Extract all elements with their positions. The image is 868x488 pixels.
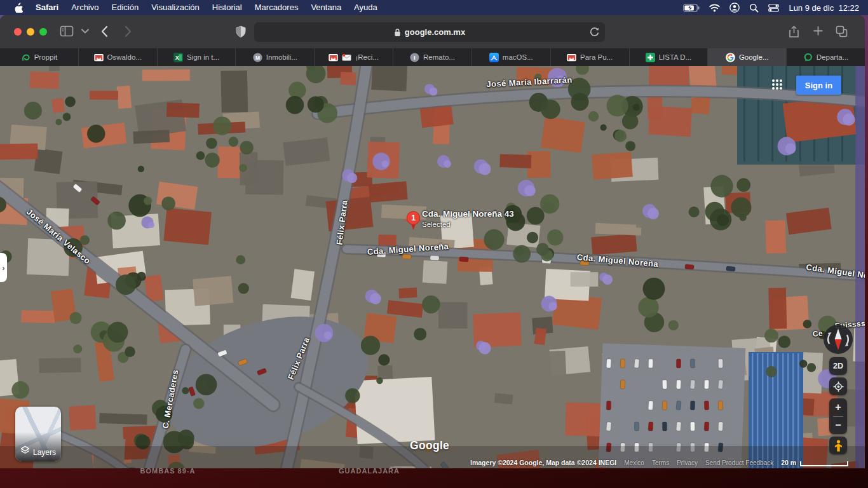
chevron-down-icon[interactable] <box>81 29 89 34</box>
tab-label: Inmobili... <box>266 53 297 61</box>
share-icon[interactable] <box>789 25 799 38</box>
tab-label: Departa... <box>817 53 849 61</box>
user-icon[interactable] <box>729 3 740 13</box>
attribution-bar: Imagery ©2024 Google, Map data ©2024 INE… <box>470 459 848 466</box>
map-canvas[interactable]: José María IbarraránJosé María VelascoFé… <box>0 66 865 468</box>
tab-overview-icon[interactable] <box>836 25 848 37</box>
tab-inmobili-[interactable]: MInmobili... <box>236 48 315 66</box>
tab-label: Proppit <box>34 53 57 61</box>
letter-M-icon: M <box>253 53 262 62</box>
control-center-icon[interactable] <box>768 4 779 12</box>
sidebar-icon[interactable] <box>60 25 74 37</box>
tab-lista-d-[interactable]: LISTA D... <box>630 48 709 66</box>
apple-icon[interactable] <box>8 3 29 13</box>
tab-proppit[interactable]: Proppit <box>0 48 79 66</box>
imagery-credit: Imagery ©2024 Google, Map data ©2024 INE… <box>470 459 616 466</box>
scale-label: 20 m <box>781 459 796 466</box>
zoom-in-button[interactable]: + <box>829 398 847 416</box>
reload-icon[interactable] <box>589 27 599 39</box>
tab-label: Google... <box>739 53 769 61</box>
attribution-link-terms[interactable]: Terms <box>652 459 669 466</box>
street-label: Cda. Miguel Noreña <box>367 241 449 257</box>
street-label: C. Mercaderes <box>160 369 180 429</box>
tab--reci-[interactable]: ¡Reci... <box>315 48 393 66</box>
zoom-out-button[interactable]: − <box>829 417 847 435</box>
layers-label: Layers <box>33 448 56 457</box>
tab-para-pu-[interactable]: Para Pu... <box>551 48 630 66</box>
battery-icon[interactable] <box>683 4 700 12</box>
url-text: google.com.mx <box>405 27 465 37</box>
excel-icon: X <box>173 53 183 62</box>
svg-text:I: I <box>414 54 415 60</box>
minimize-window-button[interactable] <box>27 28 34 36</box>
tab-label: Remato... <box>423 53 455 61</box>
menu-item-edición[interactable]: Edición <box>105 0 146 15</box>
pegman-button[interactable] <box>829 437 847 454</box>
menu-app-name[interactable]: Safari <box>29 0 65 15</box>
svg-text:M: M <box>255 54 260 60</box>
google-logo[interactable]: Google <box>410 439 449 452</box>
address-bar[interactable]: google.com.mx <box>254 22 605 42</box>
attribution-links: MexicoTermsPrivacySend Product Feedback <box>624 459 773 466</box>
menu-item-ventana[interactable]: Ventana <box>304 0 348 15</box>
tab-macos-[interactable]: macOS... <box>472 48 551 66</box>
wifi-icon[interactable] <box>709 4 720 12</box>
tab-label: Sign in t... <box>187 53 219 61</box>
menu-item-historial[interactable]: Historial <box>206 0 248 15</box>
proppit-icon <box>21 53 31 62</box>
gmail-icon <box>567 53 576 62</box>
menu-clock[interactable]: Lun 9 de dic 12:22 <box>789 3 859 13</box>
scale-bar <box>800 461 848 466</box>
attribution-link-send-product-feedback[interactable]: Send Product Feedback <box>705 459 773 466</box>
forward-button[interactable] <box>125 25 132 37</box>
search-icon[interactable] <box>749 3 759 13</box>
marker-title: Cda. Miguel Noreña 43 <box>422 209 514 219</box>
tab-label: Oswaldo... <box>107 53 142 61</box>
tab-departa-[interactable]: Departa... <box>787 48 865 66</box>
map-scale: 20 m <box>781 459 848 466</box>
layers-control[interactable]: Layers <box>15 407 61 461</box>
street-label: José María Ibarrarán <box>486 75 573 89</box>
tab-remato-[interactable]: IRemato... <box>393 48 472 66</box>
chat-icon <box>803 53 813 62</box>
gmail-icon <box>94 53 104 62</box>
back-button[interactable] <box>100 25 108 37</box>
google-apps-grid-icon[interactable] <box>771 78 783 91</box>
street-label: Félix Parra <box>286 336 311 381</box>
gmail-icon <box>329 53 338 62</box>
marker-subtitle: Selected <box>422 220 451 228</box>
lock-icon <box>394 28 401 37</box>
privacy-shield-icon[interactable] <box>235 25 247 38</box>
tab-sign-in-t-[interactable]: XSign in t... <box>158 48 236 66</box>
tab-label: macOS... <box>503 53 533 61</box>
menu-item-ayuda[interactable]: Ayuda <box>348 0 384 15</box>
safari-window: google.com.mx ProppitOswaldo...XSign in … <box>0 15 865 468</box>
my-location-button[interactable] <box>829 377 847 395</box>
tab-google-[interactable]: Google... <box>708 48 787 66</box>
menu-item-marcadores[interactable]: Marcadores <box>248 0 305 15</box>
map-pin[interactable]: 1 <box>405 211 421 234</box>
menu-item-archivo[interactable]: Archivo <box>65 0 105 15</box>
menu-item-visualización[interactable]: Visualización <box>145 0 206 15</box>
compass-control[interactable] <box>823 324 853 355</box>
menu-items: ArchivoEdiciónVisualizaciónHistorialMarc… <box>65 0 384 15</box>
appstore-icon <box>489 53 499 62</box>
macos-menu-bar: Safari ArchivoEdiciónVisualizaciónHistor… <box>0 0 868 15</box>
tab-bar: ProppitOswaldo...XSign in t...MInmobili.… <box>0 48 865 66</box>
attribution-link-mexico[interactable]: Mexico <box>624 459 644 466</box>
attribution-link-privacy[interactable]: Privacy <box>677 459 698 466</box>
close-window-button[interactable] <box>14 28 22 36</box>
2d-view-button[interactable]: 2D <box>829 357 847 375</box>
letter-I-icon: I <box>410 53 419 62</box>
maximize-window-button[interactable] <box>39 28 47 36</box>
side-panel-toggle[interactable]: › <box>0 253 7 282</box>
status-icons <box>683 3 779 13</box>
tab-label: Para Pu... <box>580 53 613 61</box>
sign-in-button[interactable]: Sign in <box>796 76 841 95</box>
new-tab-icon[interactable] <box>813 25 824 36</box>
tab-oswaldo-[interactable]: Oswaldo... <box>79 48 158 66</box>
svg-text:X: X <box>175 54 179 60</box>
sheets-icon <box>646 53 655 62</box>
google-icon <box>726 53 735 62</box>
street-label: Cda. Miguel Noreña <box>576 252 658 269</box>
